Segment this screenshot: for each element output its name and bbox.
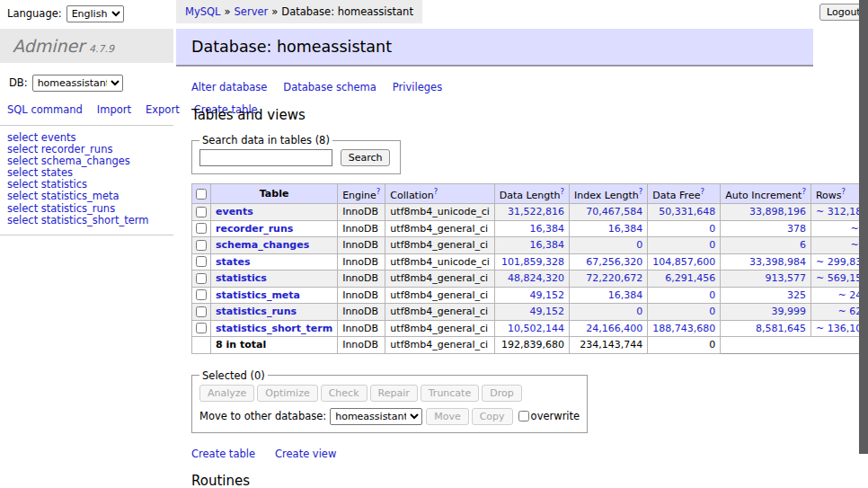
row-checkbox[interactable]	[196, 273, 207, 284]
index-length-link[interactable]: 70,467,584	[586, 206, 642, 217]
collation-cell: utf8mb4_unicode_ci	[385, 253, 494, 271]
database-nav-link[interactable]: Privileges	[393, 81, 442, 93]
auto-increment-link[interactable]: 33,898,196	[749, 206, 806, 217]
data-free-link[interactable]: 0	[709, 289, 715, 301]
scrollbar-thumb[interactable]	[859, 0, 868, 454]
app-name[interactable]: Adminer	[13, 36, 84, 56]
index-length-link[interactable]: 16,384	[608, 289, 643, 301]
create-links: Create tableCreate view	[191, 448, 816, 460]
sidebar-item-select-table[interactable]: select statistics_runs	[7, 203, 173, 215]
row-checkbox[interactable]	[196, 289, 207, 300]
data-length-help-link[interactable]: ?	[561, 187, 565, 196]
row-checkbox[interactable]	[196, 256, 207, 267]
sidebar-item-select-table[interactable]: select statistics_meta	[7, 191, 173, 202]
breadcrumb-separator: »	[225, 5, 231, 18]
data-free-link[interactable]: 0	[709, 239, 715, 251]
search-input[interactable]	[199, 149, 332, 166]
table-row: statistics_runs InnoDB utf8mb4_general_c…	[192, 304, 868, 321]
engine-cell: InnoDB	[338, 253, 385, 271]
auto-increment-link[interactable]: 8,581,645	[756, 323, 806, 334]
engine-help-link[interactable]: ?	[376, 187, 381, 196]
app-logo: Adminer4.7.9	[0, 29, 173, 63]
selected-fieldset: Selected (0) AnalyzeOptimizeCheckRepairT…	[191, 369, 588, 433]
sidebar-action-link[interactable]: SQL command	[7, 103, 83, 116]
table-name-link[interactable]: schema_changes	[216, 239, 309, 251]
data-length-link[interactable]: 16,384	[530, 239, 565, 251]
data-length-link[interactable]: 49,152	[530, 306, 565, 317]
total-data-free: 0	[648, 337, 721, 354]
database-nav-link[interactable]: Alter database	[191, 81, 267, 93]
index-length-link[interactable]: 72,220,672	[586, 272, 642, 284]
sidebar-action-link[interactable]: Import	[97, 103, 131, 116]
row-checkbox[interactable]	[196, 223, 207, 234]
data-length-link[interactable]: 10,502,144	[508, 323, 564, 334]
data-free-link[interactable]: 0	[709, 306, 715, 317]
data-free-link[interactable]: 50,331,648	[659, 206, 715, 217]
index-length-link[interactable]: 0	[636, 239, 642, 251]
table-name-link[interactable]: states	[216, 256, 251, 268]
breadcrumb-link-mysql[interactable]: MySQL	[185, 5, 221, 18]
auto-increment-link[interactable]: 378	[787, 223, 806, 235]
row-checkbox[interactable]	[196, 207, 207, 217]
db-select[interactable]: homeassistant	[32, 75, 123, 92]
sidebar-item-select-table[interactable]: select statistics_short_term	[7, 215, 173, 226]
breadcrumb-link-server[interactable]: Server	[235, 5, 269, 18]
data-free-link[interactable]: 6,291,456	[665, 272, 715, 284]
table-name-link[interactable]: events	[216, 206, 253, 217]
data-free-help-link[interactable]: ?	[700, 187, 704, 196]
page-title: Database: homeassistant	[176, 29, 813, 67]
index-length-link[interactable]: 0	[636, 306, 642, 317]
data-free-link[interactable]: 0	[709, 223, 715, 235]
rows-help-link[interactable]: ?	[842, 187, 846, 196]
table-name-link[interactable]: statistics_short_term	[216, 323, 332, 334]
search-fieldset: Search data in tables (8) Search	[191, 134, 401, 174]
index-length-link[interactable]: 24,166,400	[586, 323, 642, 334]
copy-button: Copy	[472, 408, 513, 425]
table-row: recorder_runs InnoDB utf8mb4_general_ci …	[192, 220, 868, 237]
overwrite-label: overwrite	[518, 410, 580, 422]
search-button[interactable]: Search	[341, 149, 391, 166]
tables-overview: Table Engine? Collation? Data Length? In…	[191, 183, 868, 354]
table-name-link[interactable]: statistics_meta	[216, 289, 300, 301]
column-header-index-length: Index Length?	[570, 184, 648, 204]
data-length-link[interactable]: 101,859,328	[501, 256, 564, 268]
engine-cell: InnoDB	[338, 320, 385, 337]
data-length-link[interactable]: 49,152	[530, 289, 565, 301]
search-legend: Search data in tables (8)	[199, 134, 332, 146]
database-nav-link[interactable]: Database schema	[283, 81, 376, 93]
auto-increment-link[interactable]: 33,398,984	[749, 256, 806, 268]
select-all-checkbox[interactable]	[196, 189, 207, 200]
auto-increment-help-link[interactable]: ?	[802, 187, 806, 196]
data-length-link[interactable]: 16,384	[530, 223, 565, 235]
collation-cell: utf8mb4_general_ci	[385, 287, 494, 304]
auto-increment-link[interactable]: 39,999	[771, 306, 806, 317]
data-length-link[interactable]: 48,824,320	[508, 272, 564, 284]
column-header-collation: Collation?	[385, 184, 494, 204]
table-name-link[interactable]: statistics_runs	[216, 306, 297, 317]
sidebar-action-link[interactable]: Export	[146, 103, 180, 116]
index-length-help-link[interactable]: ?	[639, 187, 643, 196]
index-length-link[interactable]: 16,384	[608, 223, 643, 235]
overwrite-checkbox[interactable]	[518, 411, 529, 421]
row-checkbox[interactable]	[196, 323, 207, 333]
collation-cell: utf8mb4_general_ci	[385, 220, 494, 237]
move-db-select[interactable]: homeassistant	[330, 408, 422, 425]
auto-increment-link[interactable]: 325	[787, 289, 806, 301]
data-free-link[interactable]: 104,857,600	[652, 256, 715, 268]
create-link[interactable]: Create table	[191, 448, 255, 460]
auto-increment-link[interactable]: 6	[800, 239, 806, 251]
total-engine: InnoDB	[338, 337, 385, 354]
table-name-link[interactable]: recorder_runs	[216, 223, 293, 235]
row-checkbox[interactable]	[196, 240, 207, 251]
row-checkbox[interactable]	[196, 306, 207, 317]
move-button: Move	[426, 408, 469, 425]
index-length-link[interactable]: 67,256,320	[586, 256, 642, 268]
language-select[interactable]: English	[66, 5, 124, 22]
data-free-link[interactable]: 188,743,680	[652, 323, 715, 334]
data-length-link[interactable]: 31,522,816	[508, 206, 564, 217]
tables-section-title: Tables and views	[191, 107, 816, 123]
collation-help-link[interactable]: ?	[434, 187, 438, 196]
table-name-link[interactable]: statistics	[216, 272, 267, 284]
auto-increment-link[interactable]: 913,577	[765, 272, 806, 284]
create-link[interactable]: Create view	[275, 448, 336, 460]
